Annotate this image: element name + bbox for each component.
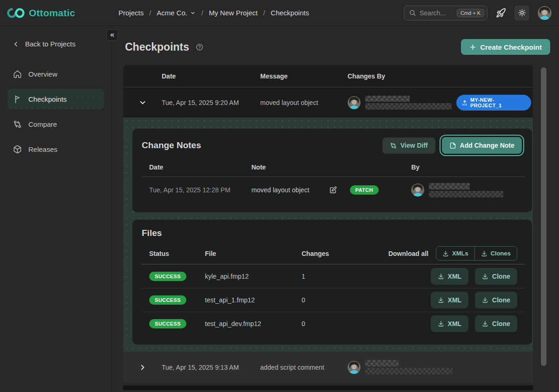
- breadcrumb-projects[interactable]: Projects: [118, 9, 144, 17]
- add-change-note-button[interactable]: Add Change Note: [442, 137, 522, 154]
- download-clone-button[interactable]: Clone: [475, 268, 517, 285]
- plus-icon: [469, 44, 476, 51]
- column-file: File: [197, 250, 294, 257]
- status-badge: SUCCESS: [149, 295, 186, 305]
- column-by: By: [404, 163, 525, 171]
- file-changes-count: 0: [294, 296, 364, 304]
- view-diff-label: View Diff: [401, 142, 428, 149]
- file-name: test_api_1.fmp12: [197, 296, 294, 304]
- download-clone-button[interactable]: Clone: [475, 315, 517, 332]
- patch-badge: PATCH: [350, 185, 379, 195]
- checkpoint-message: moved layout object: [260, 99, 348, 106]
- file-name: kyle_api.fmp12: [197, 273, 294, 280]
- search-input[interactable]: Search... Cmd + K: [404, 6, 487, 20]
- change-notes-title: Change Notes: [142, 140, 201, 150]
- create-checkpoint-label: Create Checkpoint: [480, 43, 542, 51]
- column-status: Status: [142, 250, 197, 257]
- download-xmls-button[interactable]: XMLs: [436, 247, 474, 260]
- download-xml-label: XML: [448, 296, 462, 304]
- git-compare-icon: [390, 142, 397, 149]
- files-title: Files: [142, 228, 162, 238]
- redacted-name: [365, 96, 452, 110]
- sidebar-item-label: Releases: [28, 145, 58, 153]
- create-checkpoint-button[interactable]: Create Checkpoint: [461, 39, 550, 55]
- add-change-note-label: Add Change Note: [460, 142, 514, 149]
- main-content: Checkpoints Create Checkpoint Date Messa…: [112, 26, 559, 392]
- file-changes-count: 1: [294, 273, 364, 280]
- breadcrumb: Projects / Acme Co. / My New Project / C…: [118, 9, 309, 17]
- sidebar-item-overview[interactable]: Overview: [7, 64, 104, 84]
- file-row: SUCCESS test_api_1.fmp12 0 XML Clone: [142, 288, 525, 312]
- brand[interactable]: Ottomatic: [7, 7, 112, 20]
- breadcrumb-current[interactable]: Checkpoints: [271, 9, 309, 17]
- user-avatar[interactable]: [538, 6, 552, 20]
- search-shortcut-badge: Cmd + K: [457, 9, 484, 17]
- view-diff-button[interactable]: View Diff: [382, 137, 435, 154]
- download-icon: [438, 273, 444, 280]
- download-clone-label: Clone: [492, 273, 510, 280]
- top-bar-actions: Search... Cmd + K: [404, 6, 552, 20]
- download-icon: [438, 320, 444, 327]
- next-section-edge: [123, 385, 533, 390]
- column-changes-by: Changes By: [348, 72, 533, 80]
- user-avatar: [411, 183, 424, 196]
- help-circle-icon[interactable]: [196, 43, 204, 51]
- download-clone-button[interactable]: Clone: [475, 292, 517, 308]
- change-note-row: Tue, Apr 15, 2025 12:28 PM moved layout …: [142, 177, 525, 203]
- download-xmls-label: XMLs: [452, 250, 468, 257]
- user-avatar: [348, 96, 361, 109]
- release-tag-label: MY-NEW-PROJECT_1: [470, 97, 526, 108]
- download-icon: [438, 297, 444, 303]
- download-xml-button[interactable]: XML: [431, 315, 469, 332]
- checkpoint-date: Tue, Apr 15, 2025 9:20 AM: [162, 99, 260, 106]
- download-all-group: XMLs Clones: [436, 246, 517, 261]
- checkpoint-date: Tue, Apr 15, 2025 9:13 AM: [162, 364, 260, 371]
- release-tag-badge[interactable]: MY-NEW-PROJECT_1: [456, 95, 531, 111]
- redacted-name: [365, 360, 453, 374]
- column-changes: Changes: [294, 250, 364, 257]
- sidebar-item-label: Checkpoints: [28, 95, 67, 103]
- file-changes-count: 0: [294, 320, 364, 327]
- download-xml-button[interactable]: XML: [431, 292, 469, 308]
- breadcrumb-project[interactable]: My New Project: [209, 9, 257, 17]
- download-icon: [481, 250, 487, 257]
- download-clone-label: Clone: [492, 296, 510, 304]
- sidebar-item-compare[interactable]: Compare: [7, 114, 104, 134]
- top-bar: Ottomatic Projects / Acme Co. / My New P…: [0, 0, 559, 26]
- status-badge: SUCCESS: [149, 272, 186, 281]
- sidebar-collapse-button[interactable]: [106, 29, 118, 41]
- collapse-row-button[interactable]: [137, 97, 148, 108]
- page-header: Checkpoints Create Checkpoint: [125, 39, 550, 55]
- status-badge: SUCCESS: [149, 319, 186, 328]
- checkpoints-table-header: Date Message Changes By: [123, 65, 533, 87]
- checkpoint-changes-by: [348, 360, 533, 374]
- download-icon: [482, 297, 488, 303]
- checkpoints-panel: Date Message Changes By Tue, Apr 15, 202…: [123, 65, 533, 390]
- flag-icon: [13, 95, 22, 104]
- breadcrumb-org[interactable]: Acme Co.: [157, 9, 196, 17]
- sidebar-back-label: Back to Projects: [25, 40, 75, 48]
- theme-toggle-button[interactable]: [514, 6, 529, 20]
- download-all-label: Download all: [388, 250, 428, 257]
- checkpoint-row[interactable]: Tue, Apr 15, 2025 9:20 AM moved layout o…: [123, 87, 533, 118]
- checkpoint-row[interactable]: Tue, Apr 15, 2025 9:13 AM added script c…: [123, 351, 533, 383]
- expand-row-button[interactable]: [137, 362, 148, 373]
- sidebar: Back to Projects Overview Checkpoints Co…: [0, 26, 112, 392]
- sidebar-nav: Overview Checkpoints Compare Releases: [0, 64, 112, 159]
- column-message: Message: [260, 72, 348, 80]
- search-placeholder: Search...: [420, 9, 453, 17]
- column-date: Date: [162, 72, 260, 80]
- rocket-icon[interactable]: [496, 8, 506, 18]
- sidebar-item-checkpoints[interactable]: Checkpoints: [7, 89, 104, 109]
- download-clones-button[interactable]: Clones: [474, 247, 517, 260]
- breadcrumb-separator: /: [263, 9, 265, 17]
- edit-pencil-icon[interactable]: [329, 186, 337, 194]
- sidebar-back-to-projects[interactable]: Back to Projects: [0, 36, 112, 52]
- sidebar-item-label: Overview: [28, 70, 58, 78]
- upload-icon: [462, 100, 467, 105]
- sidebar-item-releases[interactable]: Releases: [7, 139, 104, 159]
- vertical-scrollbar[interactable]: [541, 67, 546, 366]
- download-xml-button[interactable]: XML: [431, 268, 469, 285]
- files-table-header: Status File Changes Download all XMLs: [142, 243, 525, 264]
- checkpoint-changes-by: MY-NEW-PROJECT_1: [348, 95, 533, 111]
